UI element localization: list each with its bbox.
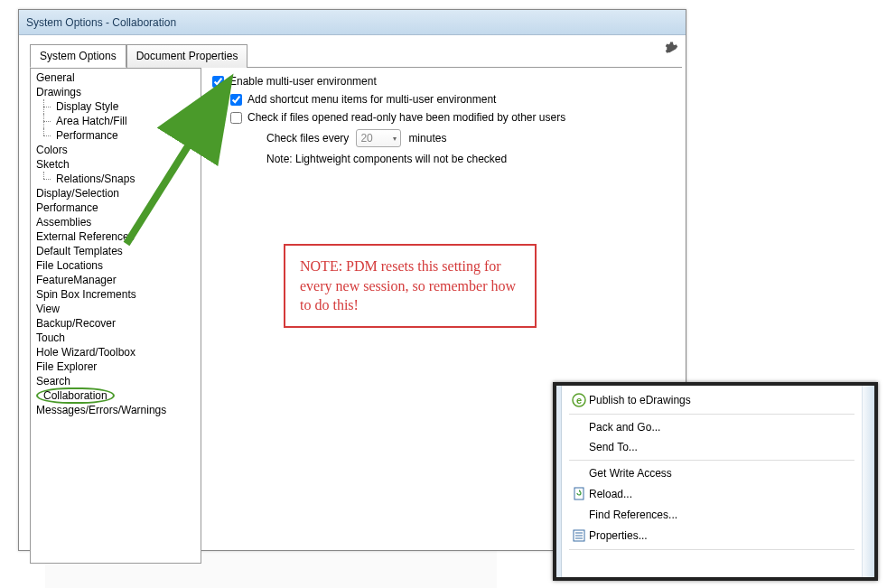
menu-separator <box>569 549 854 550</box>
nav-item-display-selection[interactable]: Display/Selection <box>31 186 201 201</box>
tab-system-options[interactable]: System Options <box>30 44 126 68</box>
nav-item-general[interactable]: General <box>31 70 201 85</box>
nav-item-messages[interactable]: Messages/Errors/Warnings <box>31 403 201 417</box>
label-check-readonly: Check if files opened read-only have bee… <box>247 111 565 124</box>
gear-icon[interactable] <box>662 41 678 57</box>
nav-item-touch[interactable]: Touch <box>31 331 201 345</box>
nav-item-featuremanager[interactable]: FeatureManager <box>31 273 201 287</box>
nav-item-view[interactable]: View <box>31 302 201 316</box>
nav-item-colors[interactable]: Colors <box>31 143 201 157</box>
checkbox-add-shortcut[interactable] <box>230 94 242 106</box>
nav-item-display-style[interactable]: Display Style <box>31 99 201 114</box>
label-enable-multi-user: Enable multi-user environment <box>229 75 377 88</box>
menu-separator <box>569 460 854 461</box>
nav-item-sketch[interactable]: Sketch <box>31 157 201 172</box>
svg-text:e: e <box>576 395 582 406</box>
nav-tree[interactable]: General Drawings Display Style Area Hatc… <box>30 68 201 564</box>
nav-item-relations-snaps[interactable]: Relations/Snaps <box>31 172 201 186</box>
menu-item-find-references[interactable]: Find References... <box>562 505 862 525</box>
menu-item-send-to[interactable]: Send To... <box>562 437 862 457</box>
nav-item-hole-wizard[interactable]: Hole Wizard/Toolbox <box>31 345 201 359</box>
nav-item-drawings[interactable]: Drawings <box>31 85 201 99</box>
nav-item-collaboration[interactable]: Collaboration <box>31 388 201 403</box>
menu-item-properties[interactable]: Properties... <box>562 525 862 546</box>
checkbox-enable-multi-user[interactable] <box>212 76 224 88</box>
spinner-check-minutes[interactable]: 20 <box>356 129 401 147</box>
nav-item-performance-drawings[interactable]: Performance <box>31 128 201 143</box>
label-note-lightweight: Note: Lightweight components will not be… <box>266 153 507 165</box>
nav-item-performance[interactable]: Performance <box>31 201 201 215</box>
nav-item-assemblies[interactable]: Assemblies <box>31 215 201 229</box>
menu-item-publish-edrawings[interactable]: e Publish to eDrawings <box>562 389 862 411</box>
nav-item-default-templates[interactable]: Default Templates <box>31 244 201 258</box>
context-menu-window: e Publish to eDrawings Pack and Go... Se… <box>553 382 878 581</box>
dialog-titlebar: System Options - Collaboration <box>19 10 686 35</box>
edrawings-icon: e <box>569 393 589 407</box>
dialog-title: System Options - Collaboration <box>26 16 176 29</box>
properties-icon <box>569 528 589 543</box>
nav-item-search[interactable]: Search <box>31 374 201 388</box>
menu-item-reload[interactable]: Reload... <box>562 483 862 505</box>
svg-rect-6 <box>574 488 584 499</box>
label-minutes: minutes <box>408 132 446 145</box>
label-add-shortcut: Add shortcut menu items for multi-user e… <box>247 93 496 106</box>
nav-item-external-references[interactable]: External References <box>31 229 201 244</box>
nav-item-file-explorer[interactable]: File Explorer <box>31 359 201 374</box>
tab-row: System Options Document Properties <box>30 44 686 68</box>
nav-item-backup-recover[interactable]: Backup/Recover <box>31 316 201 331</box>
tab-document-properties[interactable]: Document Properties <box>126 44 248 68</box>
menu-item-get-write-access[interactable]: Get Write Access <box>562 463 862 483</box>
reload-document-icon <box>569 487 589 501</box>
nav-item-area-hatch[interactable]: Area Hatch/Fill <box>31 114 201 128</box>
annotation-note: NOTE: PDM resets this setting for every … <box>284 244 537 328</box>
nav-item-file-locations[interactable]: File Locations <box>31 258 201 273</box>
menu-separator <box>569 414 854 415</box>
checkbox-check-readonly[interactable] <box>230 112 242 124</box>
popup-right-edge <box>862 386 874 577</box>
label-check-every: Check files every <box>266 132 349 145</box>
menu-item-pack-go[interactable]: Pack and Go... <box>562 417 862 437</box>
nav-item-spin-box[interactable]: Spin Box Increments <box>31 287 201 302</box>
